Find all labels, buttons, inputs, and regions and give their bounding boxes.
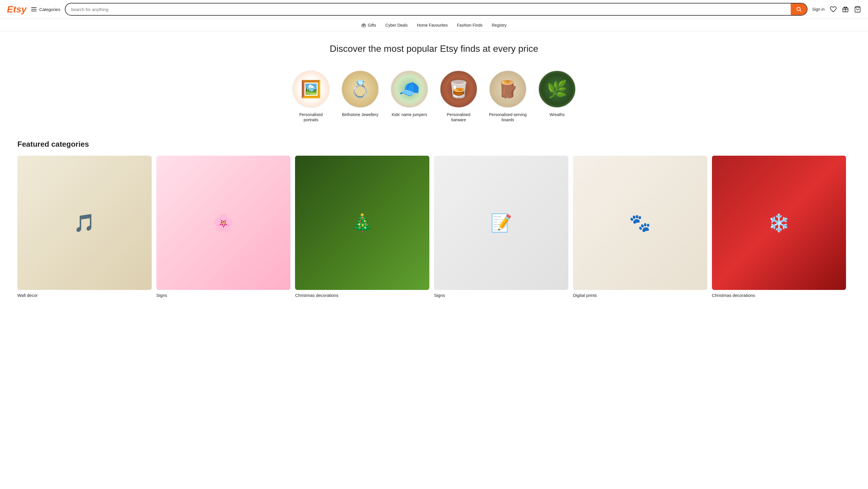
featured-icon-signs-2: 📝 (434, 156, 568, 290)
category-item-personalised-portraits[interactable]: 🖼️Personalised portraits (292, 70, 330, 122)
categories-button[interactable]: Categories (31, 7, 61, 12)
featured-icon-signs: 🌸 (156, 156, 291, 290)
category-label-personalised-barware: Personalised barware (440, 112, 477, 122)
category-circle-kids-name-jumpers: 🧢 (391, 70, 428, 108)
cart-icon (854, 6, 861, 13)
svg-point-4 (846, 7, 847, 8)
category-item-personalised-serving-boards[interactable]: 🪵Personalised serving boards (489, 70, 527, 122)
gift-button[interactable] (842, 6, 849, 13)
featured-icon-christmas-decorations-2: ❄️ (712, 156, 846, 290)
favorites-button[interactable] (830, 6, 837, 13)
signin-button[interactable]: Sign in (812, 7, 825, 11)
category-label-wreaths: Wreaths (550, 112, 565, 117)
search-button[interactable] (791, 3, 807, 15)
svg-point-0 (797, 7, 801, 11)
featured-card-image-wall-decor: 🎵 (18, 156, 152, 290)
search-input[interactable] (65, 4, 791, 15)
category-circle-personalised-barware: 🥃 (440, 70, 477, 108)
gift-nav-icon (361, 23, 366, 28)
featured-icon-digital-prints: 🐾 (573, 156, 707, 290)
featured-card-digital-prints[interactable]: 🐾Digital prints (573, 156, 707, 298)
featured-card-christmas-decorations-2[interactable]: ❄️Christmas decorations (712, 156, 846, 298)
featured-card-signs-2[interactable]: 📝Signs (434, 156, 568, 298)
category-label-personalised-serving-boards: Personalised serving boards (489, 112, 527, 122)
hero-section: Discover the most popular Etsy finds at … (0, 32, 868, 70)
category-icon-wreaths: 🌿 (539, 71, 575, 107)
featured-label-christmas-decorations-2: Christmas decorations (712, 293, 846, 298)
category-icon-personalised-portraits: 🖼️ (293, 71, 329, 107)
category-item-personalised-barware[interactable]: 🥃Personalised barware (440, 70, 477, 122)
hero-title: Discover the most popular Etsy finds at … (7, 43, 861, 54)
subnav-item-fashion-finds[interactable]: Fashion Finds (457, 23, 483, 28)
registry-label: Registry (492, 23, 506, 28)
featured-card-wall-decor[interactable]: 🎵Wall decor (18, 156, 152, 298)
category-icon-personalised-serving-boards: 🪵 (490, 71, 526, 107)
home-favourites-label: Home Favourites (417, 23, 448, 28)
subnav-item-home-favourites[interactable]: Home Favourites (417, 23, 448, 28)
category-icon-personalised-barware: 🥃 (440, 71, 477, 107)
category-item-wreaths[interactable]: 🌿Wreaths (538, 70, 576, 122)
featured-card-image-christmas-decorations-2: ❄️ (712, 156, 846, 290)
category-item-birthstone-jewellery[interactable]: 💍Birthstone Jewellery (341, 70, 379, 122)
header-actions: Sign in (812, 6, 861, 13)
category-icon-birthstone-jewellery: 💍 (342, 71, 378, 107)
category-label-personalised-portraits: Personalised portraits (292, 112, 330, 122)
featured-card-image-digital-prints: 🐾 (573, 156, 707, 290)
subnav-item-cyber-deals[interactable]: Cyber Deals (385, 23, 408, 28)
search-bar (65, 3, 807, 15)
category-circle-wreaths: 🌿 (538, 70, 576, 108)
featured-icon-wall-decor: 🎵 (18, 156, 152, 290)
categories-label: Categories (39, 7, 61, 12)
featured-card-image-christmas-decorations-1: 🎄 (295, 156, 429, 290)
featured-card-christmas-decorations-1[interactable]: 🎄Christmas decorations (295, 156, 429, 298)
heart-icon (830, 6, 837, 13)
category-circle-personalised-portraits: 🖼️ (292, 70, 330, 108)
category-circle-personalised-serving-boards: 🪵 (489, 70, 527, 108)
gifts-label: Gifts (368, 23, 376, 28)
category-circle-birthstone-jewellery: 💍 (341, 70, 379, 108)
featured-icon-christmas-decorations-1: 🎄 (295, 156, 429, 290)
category-label-kids-name-jumpers: Kids' name jumpers (392, 112, 427, 117)
site-header: Etsy Categories Sign in (0, 0, 868, 19)
featured-card-image-signs-2: 📝 (434, 156, 568, 290)
featured-label-signs: Signs (156, 293, 291, 298)
signin-label: Sign in (812, 7, 825, 11)
subnav-item-gifts[interactable]: Gifts (361, 23, 376, 28)
featured-card-signs[interactable]: 🌸Signs (156, 156, 291, 298)
featured-label-christmas-decorations-1: Christmas decorations (295, 293, 429, 298)
sub-navigation: Gifts Cyber Deals Home Favourites Fashio… (0, 19, 868, 32)
cyber-deals-label: Cyber Deals (385, 23, 408, 28)
featured-grid: 🎵Wall decor🌸Signs🎄Christmas decorations📝… (18, 156, 850, 298)
featured-card-image-signs: 🌸 (156, 156, 291, 290)
svg-line-1 (800, 10, 801, 12)
svg-point-3 (844, 7, 845, 8)
category-item-kids-name-jumpers[interactable]: 🧢Kids' name jumpers (391, 70, 428, 122)
featured-section: Featured categories 🎵Wall decor🌸Signs🎄Ch… (0, 134, 868, 309)
popular-categories: 🖼️Personalised portraits💍Birthstone Jewe… (0, 70, 868, 134)
category-label-birthstone-jewellery: Birthstone Jewellery (342, 112, 378, 117)
fashion-finds-label: Fashion Finds (457, 23, 483, 28)
category-icon-kids-name-jumpers: 🧢 (391, 71, 428, 107)
featured-label-signs-2: Signs (434, 293, 568, 298)
gift-icon (842, 6, 849, 13)
hamburger-icon (31, 7, 36, 11)
featured-label-digital-prints: Digital prints (573, 293, 707, 298)
featured-label-wall-decor: Wall decor (18, 293, 152, 298)
cart-button[interactable] (854, 6, 861, 13)
etsy-logo[interactable]: Etsy (7, 4, 27, 15)
subnav-item-registry[interactable]: Registry (492, 23, 506, 28)
featured-title: Featured categories (18, 140, 850, 149)
search-icon (796, 6, 802, 12)
